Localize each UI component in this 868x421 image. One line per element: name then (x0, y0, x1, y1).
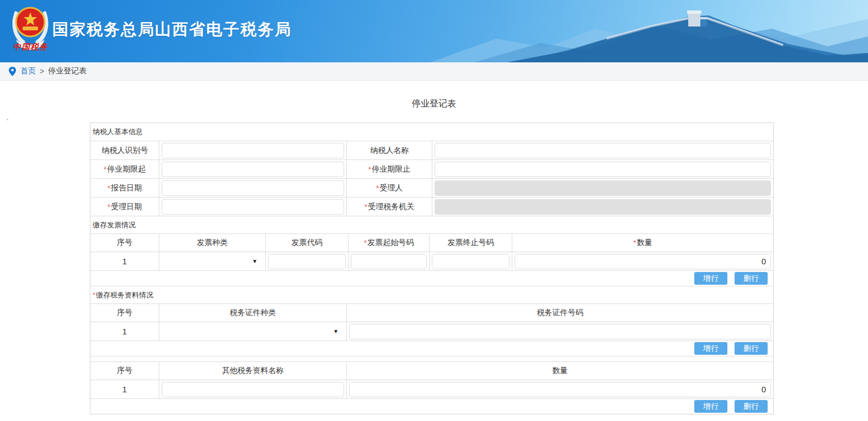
col-quantity: 数量 (553, 366, 568, 376)
breadcrumb: 首页 > 停业登记表 (0, 62, 868, 81)
suspension-registration-form: 纳税人基本信息 纳税人识别号 纳税人名称 * 停业期限起 * 停业期限止 * 报… (90, 122, 774, 414)
col-quantity: 数量 (637, 238, 652, 248)
section-title-text: 缴存税务资料情况 (96, 290, 153, 300)
label-suspend-end: * 停业期限止 (346, 160, 432, 178)
chevron-down-icon: ▼ (333, 328, 339, 334)
label-accept-date: * 受理日期 (90, 198, 159, 216)
acceptor-input (435, 180, 771, 196)
section-invoice-title: 缴存发票情况 (90, 216, 773, 233)
cert-delete-row-button[interactable]: 删行 (735, 342, 768, 355)
other-table-row: 1 (90, 380, 773, 398)
invoice-quantity-input[interactable] (515, 254, 771, 269)
col-invoice-type: 发票种类 (197, 238, 228, 248)
invoice-table-row: 1 ▼ (90, 252, 773, 270)
other-add-row-button[interactable]: 增行 (694, 400, 727, 413)
invoice-table-header: 序号 发票种类 发票代码 * 发票起始号码 发票终止号码 * 数量 (90, 233, 773, 252)
col-seq: 序号 (117, 238, 132, 248)
other-delete-row-button[interactable]: 删行 (735, 400, 768, 413)
report-date-input[interactable] (162, 180, 344, 196)
section-cert-title: * 缴存税务资料情况 (90, 286, 773, 303)
col-cert-type: 税务证件种类 (230, 308, 276, 318)
col-start-no: 发票起始号码 (367, 238, 414, 248)
taxpayer-name-input[interactable] (435, 143, 771, 158)
section-title-text: 纳税人基本信息 (93, 127, 143, 137)
breadcrumb-current: 停业登记表 (48, 66, 87, 76)
breadcrumb-home-link[interactable]: 首页 (20, 66, 36, 76)
row-index: 1 (122, 327, 127, 336)
row-index: 1 (122, 385, 127, 394)
location-pin-icon (9, 67, 16, 76)
label-suspend-start: * 停业期限起 (90, 160, 159, 178)
invoice-start-no-input[interactable] (351, 254, 427, 269)
col-seq: 序号 (117, 366, 132, 376)
logo-caption: 中国税务 (8, 42, 53, 52)
invoice-end-no-input[interactable] (432, 254, 510, 269)
invoice-table-actions: 增行 删行 (90, 270, 773, 286)
invoice-code-input[interactable] (268, 254, 346, 269)
col-other-name: 其他税务资料名称 (222, 366, 284, 376)
section-basic-info-title: 纳税人基本信息 (90, 123, 773, 141)
cert-table-header: 序号 税务证件种类 税务证件号码 (90, 303, 773, 322)
cert-no-input[interactable] (349, 324, 771, 339)
row-index: 1 (122, 257, 127, 266)
suspend-start-input[interactable] (162, 162, 344, 177)
other-table-actions: 增行 删行 (90, 398, 773, 414)
invoice-type-select[interactable]: ▼ (162, 254, 263, 269)
suspend-end-input[interactable] (435, 162, 771, 177)
site-title: 国家税务总局山西省电子税务局 (52, 19, 292, 41)
stray-dot (7, 119, 8, 120)
top-banner: 中国税务 国家税务总局山西省电子税务局 (0, 0, 868, 62)
spacer-row (90, 356, 773, 361)
label-acceptor: * 受理人 (346, 179, 432, 197)
label-accept-authority: * 受理税务机关 (346, 198, 432, 216)
section-title-text: 缴存发票情况 (93, 220, 136, 230)
cert-add-row-button[interactable]: 增行 (694, 342, 727, 355)
chevron-down-icon: ▼ (252, 258, 258, 264)
label-taxpayer-name: 纳税人名称 (346, 141, 432, 159)
taxpayer-id-input[interactable] (162, 143, 344, 158)
col-end-no: 发票终止号码 (448, 238, 494, 248)
breadcrumb-separator: > (40, 67, 44, 76)
invoice-delete-row-button[interactable]: 删行 (735, 272, 768, 285)
label-report-date: * 报告日期 (90, 179, 159, 197)
col-invoice-code: 发票代码 (292, 238, 323, 248)
other-name-input[interactable] (162, 382, 344, 397)
label-taxpayer-id: 纳税人识别号 (90, 141, 159, 159)
other-quantity-input[interactable] (349, 382, 771, 397)
accept-authority-input (435, 199, 771, 215)
col-cert-no: 税务证件号码 (537, 308, 583, 318)
other-table-header: 序号 其他税务资料名称 数量 (90, 361, 773, 380)
cert-table-row: 1 ▼ (90, 322, 773, 340)
cert-table-actions: 增行 删行 (90, 340, 773, 356)
cert-type-select[interactable]: ▼ (162, 324, 344, 339)
page-title: 停业登记表 (0, 98, 868, 110)
invoice-add-row-button[interactable]: 增行 (694, 272, 727, 285)
accept-date-input[interactable] (162, 199, 344, 215)
col-seq: 序号 (117, 308, 132, 318)
